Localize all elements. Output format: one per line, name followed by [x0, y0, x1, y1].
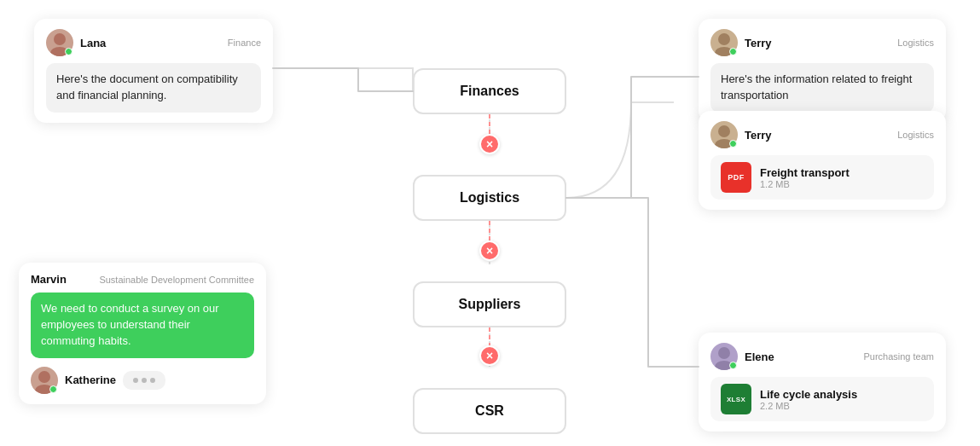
lana-online-indicator — [65, 48, 72, 55]
lana-card: Lana Finance Here's the document on comp… — [34, 19, 273, 123]
elene-file-info: Life cycle analysis 2.2 MB — [760, 388, 857, 411]
dot-3 — [150, 378, 155, 383]
elene-online-indicator — [729, 362, 737, 369]
suppliers-node[interactable]: Suppliers — [413, 281, 566, 327]
elene-card-header: Elene Purchasing team — [710, 343, 934, 370]
marvin-message: We need to conduct a survey on our emplo… — [31, 293, 254, 358]
elene-tag: Purchasing team — [863, 351, 934, 362]
elene-name: Elene — [745, 350, 774, 363]
terry2-file-size: 1.2 MB — [760, 179, 850, 189]
svg-point-6 — [718, 33, 730, 45]
katherine-avatar-wrap — [31, 367, 58, 394]
xlsx-icon: XLSX — [721, 384, 751, 414]
terry1-message: Here's the information related to freigh… — [710, 63, 934, 113]
svg-point-4 — [54, 33, 66, 45]
terry2-file[interactable]: PDF Freight transport 1.2 MB — [710, 155, 934, 200]
lana-name: Lana — [80, 37, 106, 49]
finances-node[interactable]: Finances — [413, 68, 566, 114]
svg-point-12 — [38, 371, 50, 383]
dot-2 — [142, 378, 147, 383]
elene-file[interactable]: XLSX Life cycle analysis 2.2 MB — [710, 377, 934, 421]
marvin-name: Marvin — [31, 273, 67, 286]
terry1-avatar-wrap — [710, 29, 738, 56]
terry2-card-header: Terry Logistics — [710, 121, 934, 148]
terry2-tag: Logistics — [897, 130, 934, 140]
terry2-file-name: Freight transport — [760, 166, 850, 179]
elene-avatar-wrap — [710, 343, 738, 370]
elene-file-size: 2.2 MB — [760, 401, 857, 411]
typing-indicator — [123, 371, 165, 390]
marvin-tag: Sustainable Development Committee — [99, 275, 254, 285]
svg-point-10 — [718, 347, 730, 359]
elene-card: Elene Purchasing team XLSX Life cycle an… — [699, 333, 946, 432]
logistics-node[interactable]: Logistics — [413, 175, 566, 221]
katherine-row: Katherine — [31, 367, 254, 394]
terry1-online-indicator — [729, 48, 737, 55]
terry1-name: Terry — [745, 37, 772, 49]
csr-node[interactable]: CSR — [413, 388, 566, 434]
marvin-card-header: Marvin Sustainable Development Committee — [31, 273, 254, 286]
lana-card-header: Lana Finance — [46, 29, 261, 56]
lana-avatar-wrap — [46, 29, 73, 56]
terry2-card: Terry Logistics PDF Freight transport 1.… — [699, 111, 946, 210]
svg-point-8 — [718, 125, 730, 137]
katherine-online-indicator — [49, 385, 57, 393]
terry2-file-info: Freight transport 1.2 MB — [760, 166, 850, 189]
terry1-card: Terry Logistics Here's the information r… — [699, 19, 946, 123]
terry1-tag: Logistics — [897, 38, 934, 48]
connector-x-2: × — [479, 240, 500, 261]
terry2-online-indicator — [729, 140, 737, 148]
canvas: Lana Finance Here's the document on comp… — [0, 0, 980, 446]
connector-x-1: × — [479, 134, 500, 154]
elene-file-name: Life cycle analysis — [760, 388, 857, 401]
pdf-icon: PDF — [721, 162, 751, 193]
katherine-name: Katherine — [65, 374, 116, 386]
terry2-avatar-wrap — [710, 121, 738, 148]
terry1-card-header: Terry Logistics — [710, 29, 934, 56]
terry2-name: Terry — [745, 129, 772, 142]
lana-tag: Finance — [228, 38, 261, 48]
dot-1 — [133, 378, 138, 383]
marvin-card: Marvin Sustainable Development Committee… — [19, 263, 266, 404]
lana-message: Here's the document on compatibility and… — [46, 63, 261, 113]
connector-x-3: × — [479, 345, 500, 366]
